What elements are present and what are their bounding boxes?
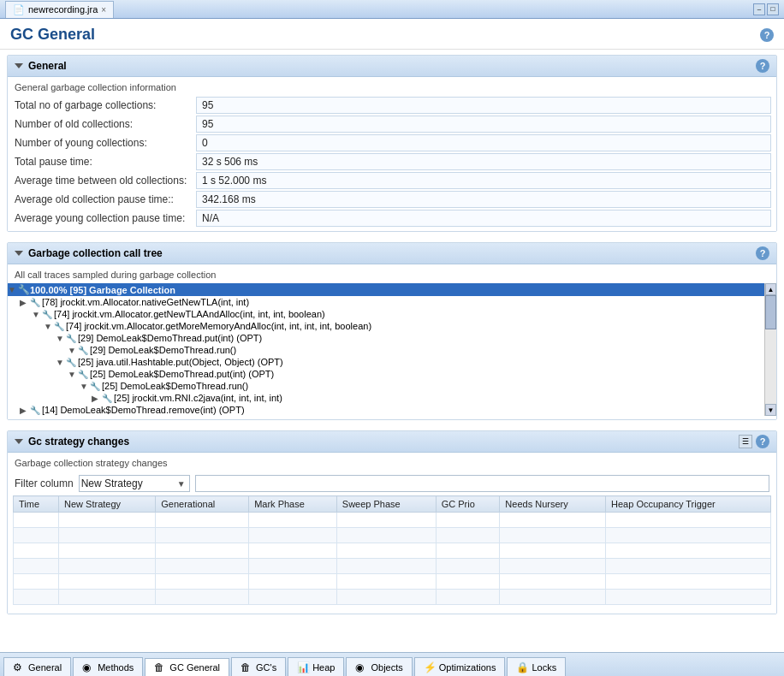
tree-expand-btn[interactable]: ▼ [44, 322, 54, 331]
table-column-header[interactable]: Sweep Phase [336, 496, 436, 513]
table-cell [156, 513, 249, 528]
scroll-down-button[interactable]: ▼ [765, 404, 776, 416]
tree-item-label: [25] DemoLeak$DemoThread.put(int) (OPT) [90, 369, 274, 379]
bottom-tab-objects[interactable]: ◉ Objects [346, 657, 412, 676]
main-content: General ? General garbage collection inf… [0, 50, 784, 652]
tree-expand-btn[interactable]: ▼ [56, 334, 66, 343]
tree-item-label: [25] jrockit.vm.RNI.c2java(int, int, int… [114, 393, 282, 403]
minimize-button[interactable]: – [753, 3, 765, 15]
tree-item-label: [29] DemoLeak$DemoThread.put(int) (OPT) [78, 333, 262, 343]
general-field-label: Number of young collections: [8, 133, 196, 152]
tab-label: General [28, 662, 62, 673]
scroll-up-button[interactable]: ▲ [765, 283, 776, 295]
general-info-table: Total no of garbage collections: 95 Numb… [8, 96, 776, 228]
page-help-icon[interactable]: ? [760, 28, 774, 42]
tree-expand-btn[interactable]: ▶ [20, 406, 30, 415]
bottom-tab-locks[interactable]: 🔒 Locks [507, 657, 566, 676]
tree-item[interactable]: ▼ 🔧 100.00% [95] Garbage Collection [8, 283, 764, 296]
tree-item[interactable]: ▶ 🔧 [78] jrockit.vm.Allocator.nativeGetN… [8, 296, 764, 308]
tree-expand-btn[interactable]: ▶ [20, 298, 30, 307]
table-cell [59, 559, 156, 574]
tree-item[interactable]: ▼ 🔧 [74] jrockit.vm.Allocator.getNewTLAA… [8, 308, 764, 320]
table-cell [500, 574, 606, 590]
general-field-value-cell: 95 [196, 96, 776, 115]
bottom-tab-optimizations[interactable]: ⚡ Optimizations [414, 657, 506, 676]
table-cell [336, 590, 436, 605]
table-column-header[interactable]: GC Prio [436, 496, 500, 513]
scroll-thumb[interactable] [765, 295, 776, 329]
maximize-button[interactable]: □ [767, 3, 779, 15]
general-field-value-cell: N/A [196, 209, 776, 228]
filter-column-select[interactable]: New Strategy ▼ [79, 475, 190, 492]
tree-item[interactable]: ▼ 🔧 [74] jrockit.vm.Allocator.getMoreMem… [8, 320, 764, 332]
general-field-row: Number of young collections: 0 [8, 133, 776, 152]
gc-strategy-expand-icon [15, 439, 23, 444]
tab-label: GC General [169, 662, 220, 673]
table-cell [59, 574, 156, 590]
bottom-tab-gc-s[interactable]: 🗑 GC's [231, 657, 286, 676]
table-cell [500, 543, 606, 559]
tree-item-label: 100.00% [95] Garbage Collection [30, 285, 175, 295]
table-cell [14, 543, 59, 559]
call-tree-section-help[interactable]: ? [756, 246, 769, 260]
tree-item[interactable]: ▶ 🔧 [14] DemoLeak$DemoThread.remove(int)… [8, 404, 764, 416]
tree-item[interactable]: ▼ 🔧 [25] DemoLeak$DemoThread.put(int) (O… [8, 368, 764, 380]
tree-expand-btn[interactable]: ▶ [92, 394, 102, 403]
filter-label: Filter column [15, 477, 74, 489]
table-cell [249, 543, 337, 559]
filter-text-input[interactable] [195, 475, 769, 492]
table-column-header[interactable]: Generational [156, 496, 249, 513]
table-column-header[interactable]: New Strategy [59, 496, 156, 513]
tree-item[interactable]: ▼ 🔧 [25] java.util.Hashtable.put(Object,… [8, 356, 764, 368]
tab-label: Heap [312, 662, 335, 673]
tree-item[interactable]: ▶ 🔧 [25] jrockit.vm.RNI.c2java(int, int,… [8, 392, 764, 404]
table-cell [156, 528, 249, 543]
tree-item[interactable]: ▼ 🔧 [29] DemoLeak$DemoThread.run() [8, 344, 764, 356]
tree-expand-btn[interactable]: ▼ [32, 310, 42, 319]
tree-expand-btn[interactable]: ▼ [56, 358, 66, 367]
bottom-tab-gc-general[interactable]: 🗑 GC General [145, 658, 229, 676]
table-cell [249, 528, 337, 543]
table-column-header[interactable]: Heap Occupancy Trigger [606, 496, 771, 513]
table-cell [436, 574, 500, 590]
table-cell [156, 590, 249, 605]
table-column-header[interactable]: Time [14, 496, 59, 513]
tree-expand-btn[interactable]: ▼ [8, 285, 18, 294]
tree-icon: 🔧 [30, 406, 42, 415]
tab-icon: 🗑 [241, 661, 252, 673]
tree-expand-btn[interactable]: ▼ [68, 346, 78, 355]
table-cell [606, 559, 771, 574]
table-column-header[interactable]: Mark Phase [249, 496, 337, 513]
scroll-track [765, 295, 776, 404]
close-tab-button[interactable]: × [101, 5, 106, 15]
table-cell [14, 513, 59, 528]
call-tree-section-header[interactable]: Garbage collection call tree ? [8, 243, 776, 264]
tree-item[interactable]: ▼ 🔧 [25] DemoLeak$DemoThread.run() [8, 380, 764, 392]
general-field-label: Number of old collections: [8, 115, 196, 133]
gc-strategy-section-header[interactable]: Gc strategy changes ☰ ? [8, 431, 776, 453]
gc-strategy-section-help[interactable]: ? [756, 435, 769, 448]
general-field-value: 95 [196, 116, 771, 133]
gc-strategy-section-header-right: ☰ ? [739, 435, 769, 448]
general-section-help[interactable]: ? [756, 59, 769, 73]
gc-strategy-section: Gc strategy changes ☰ ? Garbage collecti… [7, 430, 777, 614]
general-field-value: 95 [196, 97, 771, 114]
table-row [14, 559, 771, 574]
general-field-label: Average time between old collections: [8, 171, 196, 190]
tree-expand-btn[interactable]: ▼ [80, 382, 90, 391]
bottom-tab-methods[interactable]: ◉ Methods [73, 657, 143, 676]
general-field-row: Average time between old collections: 1 … [8, 171, 776, 190]
bottom-tab-heap[interactable]: 📊 Heap [288, 657, 344, 676]
general-field-value: 1 s 52.000 ms [196, 172, 771, 189]
table-cell [14, 574, 59, 590]
table-column-header[interactable]: Needs Nursery [500, 496, 606, 513]
tab-newrecording[interactable]: 📄 newrecording.jra × [5, 1, 114, 18]
call-tree-scrollbar[interactable]: ▲ ▼ [764, 283, 776, 416]
tree-item[interactable]: ▼ 🔧 [29] DemoLeak$DemoThread.put(int) (O… [8, 332, 764, 344]
tree-expand-btn[interactable]: ▼ [68, 370, 78, 379]
general-section-header[interactable]: General ? [8, 56, 776, 77]
tree-icon: 🔧 [90, 382, 102, 391]
bottom-tab-general[interactable]: ⚙ General [3, 657, 71, 676]
tree-item-label: [29] DemoLeak$DemoThread.run() [90, 345, 236, 355]
gc-strategy-options-button[interactable]: ☰ [739, 435, 752, 448]
